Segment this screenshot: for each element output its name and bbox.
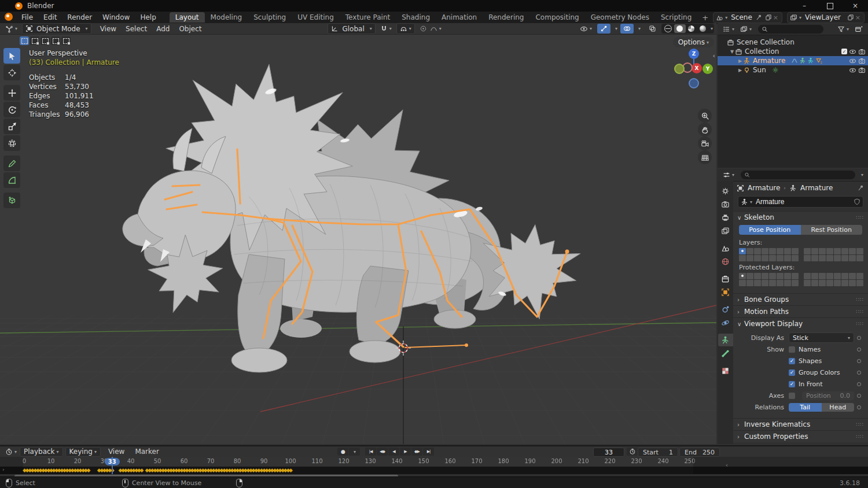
expander-icon[interactable]: ▶ bbox=[737, 68, 743, 73]
properties-tab-world[interactable] bbox=[718, 255, 733, 268]
use-preview-range-toggle[interactable] bbox=[627, 448, 638, 456]
select-mode-0[interactable] bbox=[20, 36, 29, 45]
layer-cell[interactable] bbox=[754, 248, 761, 254]
layer-cell[interactable] bbox=[784, 280, 791, 286]
properties-tab-collection[interactable] bbox=[718, 272, 733, 285]
select-mode-1[interactable] bbox=[30, 36, 39, 45]
workspace-tab-geometry-nodes[interactable]: Geometry Nodes bbox=[585, 12, 655, 23]
decorator-dot[interactable] bbox=[857, 405, 861, 409]
properties-tab-object[interactable] bbox=[718, 286, 733, 298]
layer-cell[interactable] bbox=[762, 255, 768, 261]
layer-cell[interactable] bbox=[769, 273, 776, 279]
editor-type-button[interactable]: ▾ bbox=[2, 24, 20, 34]
outliner-search-input[interactable] bbox=[768, 25, 820, 33]
outliner-filter-button[interactable]: ▾ bbox=[834, 24, 852, 34]
workspace-tab-compositing[interactable]: Compositing bbox=[529, 12, 584, 23]
layer-cell[interactable] bbox=[826, 255, 833, 261]
properties-tab-scene[interactable] bbox=[718, 242, 733, 254]
transport-previous-keyframe[interactable]: ◀◆ bbox=[377, 448, 388, 456]
workspace-tab-layout[interactable]: Layout bbox=[170, 12, 205, 23]
workspace-tab-texture-paint[interactable]: Texture Paint bbox=[340, 12, 396, 23]
transport-play[interactable]: ▶ bbox=[400, 448, 411, 456]
layer-cell[interactable] bbox=[834, 273, 841, 279]
select-mode-2[interactable] bbox=[41, 36, 50, 45]
tool-measure[interactable] bbox=[3, 172, 20, 188]
panel-bone-groups[interactable]: ›Bone Groups∷∷ bbox=[733, 293, 868, 305]
tool-scale[interactable] bbox=[3, 119, 20, 134]
tool-add-cube[interactable] bbox=[3, 193, 20, 208]
tool-box-select[interactable] bbox=[3, 48, 20, 64]
layer-cell[interactable] bbox=[804, 273, 811, 279]
layer-cell[interactable] bbox=[784, 248, 791, 254]
layer-cell[interactable] bbox=[777, 248, 784, 254]
viewport-menu-select[interactable]: Select bbox=[121, 24, 152, 34]
gizmo-z-axis[interactable]: Z bbox=[689, 49, 699, 59]
properties-tab-constraints[interactable] bbox=[718, 303, 733, 316]
properties-options-dropdown[interactable]: ▾ bbox=[861, 172, 863, 178]
layer-cell[interactable] bbox=[792, 248, 799, 254]
tool-transform[interactable] bbox=[3, 135, 20, 151]
layer-cell[interactable] bbox=[746, 280, 753, 286]
overlays-toggle[interactable] bbox=[620, 24, 634, 34]
snap-toggle[interactable]: ▾ bbox=[377, 24, 395, 34]
transport-jump-to-end[interactable]: ▶| bbox=[423, 448, 434, 456]
workspace-tab-shading[interactable]: Shading bbox=[396, 12, 436, 23]
properties-editor-type-button[interactable]: ▾ bbox=[720, 170, 737, 180]
layer-cell[interactable] bbox=[841, 273, 848, 279]
menu-file[interactable]: File bbox=[16, 12, 38, 23]
armature-name-input[interactable] bbox=[755, 197, 854, 206]
checkbox-names[interactable] bbox=[789, 346, 795, 353]
proportional-edit-toggle[interactable] bbox=[417, 24, 430, 34]
menu-edit[interactable]: Edit bbox=[38, 12, 62, 23]
layer-cell[interactable] bbox=[811, 280, 818, 286]
overlays-dropdown[interactable]: ▾ bbox=[634, 24, 643, 34]
layer-cell[interactable] bbox=[849, 280, 856, 286]
decorator-dot[interactable] bbox=[857, 359, 861, 363]
outliner-row-armature[interactable]: ▶Armature bbox=[718, 56, 868, 65]
breadcrumb-object[interactable]: Armature bbox=[748, 184, 780, 192]
tool-cursor[interactable] bbox=[3, 65, 20, 80]
shading-material-button[interactable] bbox=[686, 24, 697, 33]
layer-cell[interactable] bbox=[792, 273, 799, 279]
remove-viewlayer-icon[interactable]: × bbox=[855, 14, 860, 21]
panel-motion-paths[interactable]: ›Motion Paths∷∷ bbox=[733, 305, 868, 317]
layer-cell[interactable] bbox=[746, 273, 753, 279]
keyframe-diamond[interactable]: ◆ bbox=[139, 467, 144, 474]
outliner-editor-type-button[interactable]: ▾ bbox=[720, 24, 737, 34]
gizmo-neg-z-axis[interactable] bbox=[689, 78, 699, 88]
viewport-menu-add[interactable]: Add bbox=[152, 24, 174, 34]
fake-user-shield-icon[interactable] bbox=[854, 198, 860, 205]
layer-cell[interactable] bbox=[856, 255, 863, 261]
layer-cell[interactable] bbox=[739, 248, 746, 254]
layer-cell[interactable] bbox=[811, 248, 818, 254]
viewport-3d[interactable]: ▾ Object Mode ▾ ViewSelectAddObject Glob… bbox=[0, 23, 716, 444]
panel-custom-properties[interactable]: ›Custom Properties∷∷ bbox=[733, 430, 868, 442]
pose-position-button[interactable]: Pose Position bbox=[739, 225, 801, 235]
timeline-menu-playback[interactable]: Playback▾ bbox=[20, 447, 63, 457]
layer-cell[interactable] bbox=[784, 273, 791, 279]
viewport-menu-object[interactable]: Object bbox=[174, 24, 206, 34]
layer-cell[interactable] bbox=[804, 280, 811, 286]
layer-cell[interactable] bbox=[769, 280, 776, 286]
workspace-tab-sculpting[interactable]: Sculpting bbox=[248, 12, 292, 23]
viewlayer-selector[interactable]: ▾ ViewLayer × bbox=[787, 12, 865, 23]
relations-tail-button[interactable]: Tail bbox=[789, 403, 822, 412]
transport-play-reverse[interactable]: ◀ bbox=[388, 448, 399, 456]
properties-tab-texture[interactable] bbox=[718, 364, 733, 377]
layer-cell[interactable] bbox=[811, 255, 818, 261]
timeline-editor-type-button[interactable]: ▾ bbox=[2, 447, 20, 457]
playhead-frame-label[interactable]: 33 bbox=[105, 458, 120, 465]
properties-tab-view-layer[interactable] bbox=[718, 224, 733, 237]
decorator-dot[interactable] bbox=[857, 382, 861, 386]
layer-cell[interactable] bbox=[792, 255, 799, 261]
layer-cell[interactable] bbox=[819, 273, 826, 279]
panel-inverse-kinematics[interactable]: ›Inverse Kinematics∷∷ bbox=[733, 418, 868, 430]
properties-tab-bone[interactable] bbox=[718, 347, 733, 360]
layer-cell[interactable] bbox=[819, 255, 826, 261]
axes-position-field[interactable]: Position 0.0 bbox=[802, 391, 854, 400]
properties-tab-tool[interactable] bbox=[718, 184, 733, 197]
workspace-tab-modeling[interactable]: Modeling bbox=[205, 12, 248, 23]
menu-help[interactable]: Help bbox=[135, 12, 161, 23]
layer-cell[interactable] bbox=[746, 255, 753, 261]
layer-cell[interactable] bbox=[819, 248, 826, 254]
